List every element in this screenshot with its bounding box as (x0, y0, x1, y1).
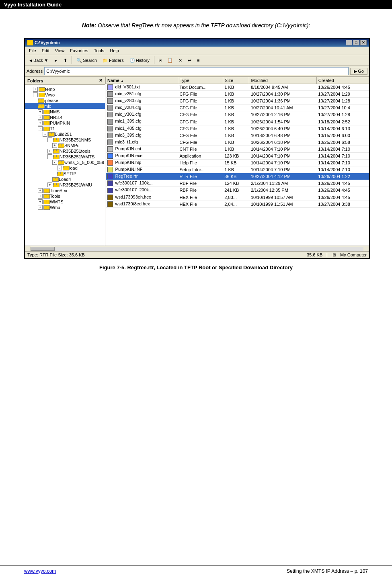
table-row[interactable]: wfe300107_200k... RBF File 241 KB 2/1/20… (106, 187, 369, 194)
tree-item-vyyo[interactable]: - Vyyo (25, 92, 105, 98)
table-row[interactable]: mic_v301.cfg CFG File 1 KB 10/27/2004 2:… (106, 111, 369, 118)
minimize-button[interactable]: _ (346, 40, 352, 45)
paste-button[interactable]: 📋 (165, 57, 175, 64)
table-row[interactable]: RegTree.rtr RTR File 36 KB 10/27/2004 4:… (106, 173, 369, 180)
expander[interactable]: + (33, 87, 38, 92)
expander[interactable]: + (38, 205, 43, 210)
file-name-cell: wfe300107_100k... (106, 180, 178, 187)
folder-tree[interactable]: + temp - Vyyo iplease (25, 85, 105, 244)
tree-item-nr35b251tools[interactable]: + NR35B251tools (25, 148, 105, 154)
tree-item-tools[interactable]: + Tools (25, 193, 105, 199)
tree-item-build251[interactable]: - Build251 (25, 131, 105, 137)
tree-item-timesrvr[interactable]: + TimeSrvr (25, 188, 105, 193)
expander[interactable]: + (38, 199, 43, 204)
tree-item-load[interactable]: - load (25, 165, 105, 171)
tree-item-temp[interactable]: + temp (25, 86, 105, 92)
tree-item-mic[interactable]: mic (25, 103, 105, 109)
undo-button[interactable]: ↩ (186, 57, 193, 64)
file-size-cell: 241 KB (223, 187, 249, 194)
copy-button[interactable]: ⎘ (157, 57, 164, 64)
up-icon: ⬆ (64, 58, 67, 63)
address-input[interactable] (44, 67, 349, 75)
col-created[interactable]: Created (316, 77, 369, 84)
expander[interactable]: - (47, 137, 52, 142)
col-size[interactable]: Size (223, 77, 249, 84)
back-button[interactable]: Back ▼ (27, 57, 50, 64)
statusbar: Type: RTR File Size: 35.6 KB 35.6 KB | 🖥… (25, 251, 369, 258)
expander[interactable]: + (38, 194, 43, 199)
table-row[interactable]: mic_v280.cfg CFG File 1 KB 10/27/2004 1:… (106, 98, 369, 105)
tree-item-nr35b251wmts[interactable]: - NR35B251WMTS (25, 154, 105, 160)
expander[interactable]: - (43, 132, 47, 137)
file-icon (107, 126, 113, 131)
expander[interactable]: + (47, 182, 52, 187)
menu-tools[interactable]: Tools (92, 47, 107, 54)
file-type-cell: CFG File (178, 98, 223, 105)
table-row[interactable]: mic3_399.cfg CFG File 1 KB 10/18/2004 6:… (106, 132, 369, 139)
table-row[interactable]: PumpKIN.exe Application 123 KB 10/14/200… (106, 152, 369, 159)
table-row[interactable]: wfe300107_100k... RBF File 124 KB 2/1/20… (106, 180, 369, 187)
tree-item-load4[interactable]: Load4 (25, 176, 105, 182)
tree-item-nr35b251wmu[interactable]: + NR35B251WMU (25, 182, 105, 188)
expander[interactable]: - (38, 126, 43, 131)
table-row[interactable]: dld_V301.txt Text Docum... 1 KB 8/18/200… (106, 84, 369, 91)
history-button[interactable]: 🕐 History (127, 57, 152, 64)
tree-item-snmpc[interactable]: + SNMPc (25, 143, 105, 148)
file-created-cell: 10/14/2004 7:10 (316, 160, 369, 166)
expander[interactable]: + (38, 188, 43, 193)
table-row[interactable]: wsd1730t8ed.hex HEX File 2,84... 10/10/1… (106, 201, 369, 207)
tree-item-t1[interactable]: - T1 (25, 126, 105, 131)
tree-label-setip: SETIP (64, 171, 76, 176)
expander[interactable]: + (38, 115, 43, 120)
table-row[interactable]: PumpKIN.hlp Help File 15 KB 10/14/2004 7… (106, 160, 369, 166)
expander[interactable]: + (38, 121, 43, 125)
col-name[interactable]: Name (106, 77, 178, 84)
menu-file[interactable]: File (27, 47, 39, 54)
file-size-cell: 1 KB (223, 98, 249, 105)
expander[interactable]: + (52, 143, 57, 148)
table-row[interactable]: PumpKIN.cnt CNT File 1 KB 10/14/2004 7:1… (106, 146, 369, 152)
expander[interactable]: + (47, 149, 52, 154)
expander[interactable]: + (38, 109, 43, 114)
footer-link[interactable]: www.vyyo.com (24, 568, 56, 574)
table-row[interactable]: wsd173093eh.hex HEX File 2,83... 10/10/1… (106, 194, 369, 201)
expander[interactable]: - (47, 154, 52, 159)
file-created-cell: 10/27/2004 1:28 (316, 98, 369, 105)
tree-item-pumpkin[interactable]: + PUMPKIN (25, 120, 105, 126)
menu-edit[interactable]: Edit (39, 47, 52, 54)
menu-view[interactable]: View (53, 47, 67, 54)
table-row[interactable]: PumpKIN.INF Setup Infor... 1 KB 10/14/20… (106, 166, 369, 173)
tree-item-nms[interactable]: + NMS (25, 109, 105, 115)
tree-item-wmts[interactable]: + WMTS (25, 199, 105, 205)
scrollbar-thumb[interactable] (31, 247, 55, 251)
tree-item-setip[interactable]: SETIP (25, 171, 105, 176)
views-button[interactable]: ≡ (195, 57, 201, 64)
folders-close-button[interactable]: ✕ (99, 78, 103, 83)
close-button[interactable]: ✕ (360, 40, 367, 45)
table-row[interactable]: mic3_t1.cfg CFG File 1 KB 10/26/2004 6:1… (106, 139, 369, 146)
col-type[interactable]: Type (178, 77, 223, 84)
col-modified[interactable]: Modified (249, 77, 316, 84)
up-button[interactable]: ⬆ (62, 57, 69, 64)
horizontal-scrollbar[interactable] (25, 246, 369, 251)
tree-item-nr34[interactable]: + NR3.4 (25, 115, 105, 120)
forward-button[interactable] (52, 57, 60, 64)
folders-button[interactable]: 📁 Folders (101, 57, 126, 64)
tree-item-iplease[interactable]: iplease (25, 98, 105, 103)
search-button[interactable]: 🔍 Search (74, 57, 99, 64)
tree-item-nr35b251nms[interactable]: - NR35B251NMS (25, 137, 105, 143)
delete-button[interactable]: ✕ (177, 57, 184, 64)
expander[interactable]: - (33, 92, 38, 97)
table-row[interactable]: mic1_405.cfg CFG File 1 KB 10/26/2004 6:… (106, 125, 369, 132)
maximize-button[interactable]: □ (353, 40, 359, 45)
expander[interactable]: - (57, 166, 62, 170)
go-button[interactable]: ▶ Go (350, 68, 367, 75)
expander[interactable]: - (52, 160, 57, 165)
tree-item-wmts-sub[interactable]: - wmts_3_5_000_059 (25, 160, 105, 165)
menu-help[interactable]: Help (107, 47, 121, 54)
menu-favorites[interactable]: Favorites (68, 47, 90, 54)
table-row[interactable]: mic_v251.cfg CFG File 1 KB 10/27/2004 1:… (106, 91, 369, 98)
table-row[interactable]: mic1_399.cfg CFG File 1 KB 10/26/2004 1:… (106, 118, 369, 125)
table-row[interactable]: mic_v284.cfg CFG File 1 KB 10/27/2004 10… (106, 105, 369, 111)
tree-item-wmu[interactable]: + Wmu (25, 205, 105, 210)
